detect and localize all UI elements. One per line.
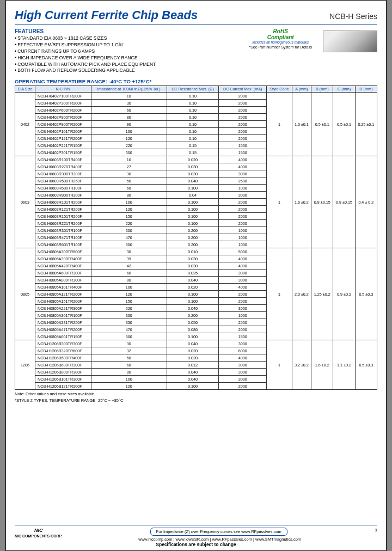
cell-pn: NCB-H1206B300TR300F: [35, 340, 91, 347]
cell-dci: 2000: [219, 326, 267, 333]
cell-dcr: 0.10: [167, 114, 218, 121]
cell-dci: 3000: [219, 340, 267, 347]
cell-pn: NCB-H0402P221TR150F: [35, 142, 91, 149]
col-header: DC Current Max. (mA): [219, 86, 267, 93]
feature-item: COMPATIBLE WITH AUTOMATIC PICK AND PLACE…: [15, 62, 238, 68]
cell-imp: 470: [91, 234, 167, 241]
cell-dcr: 0.030: [167, 255, 218, 262]
note-style2: *STYLE 2 TYPES, TEMPERATURE RANGE -25°C …: [15, 398, 377, 403]
cell-dci: 1000: [219, 227, 267, 234]
cell-pn: NCB-H0603R471TR100F: [35, 234, 91, 241]
cell-pn: NCB-H0805A800TR300F: [35, 277, 91, 284]
cell-imp: 80: [91, 114, 167, 121]
cell-imp: 150: [91, 213, 167, 220]
page-number: 1: [375, 528, 377, 532]
cell-dci: 2000: [219, 107, 267, 114]
logo: NIC NIC COMPONENTS CORP.: [15, 528, 62, 538]
cell-dcr: 0.012: [167, 362, 218, 369]
cell-dcr: 0.010: [167, 248, 218, 255]
cell-pn: NCB-H1206B500TR400F: [35, 354, 91, 362]
cell-dcr: 0.10: [167, 128, 218, 135]
cell-dcr: 0.15: [167, 149, 218, 156]
cell-pn: NCB-H0805A121TR200F: [35, 291, 91, 298]
page-title: High Current Ferrite Chip Beads: [15, 8, 198, 22]
cell-imp: 30: [91, 100, 167, 107]
cell-dci: 1500: [219, 142, 267, 149]
rohs-sub: includes all homogeneous materials: [249, 40, 312, 44]
cell-dci: 1000: [219, 312, 267, 319]
cell-pn: NCB-H0402P100TR200F: [35, 93, 91, 100]
series-label: NCB-H Series: [329, 12, 377, 21]
rohs-note: *See Part Number System for Details: [249, 45, 312, 49]
cell-dcr: 0.020: [167, 284, 218, 291]
cell-imp: 300: [91, 149, 167, 156]
cell-pn: NCB-H0603R301TR100F: [35, 227, 91, 234]
cell-pn: NCB-H0805A151TR200F: [35, 298, 91, 305]
cell-dcr: 0.100: [167, 220, 218, 227]
cell-style: 1: [267, 93, 292, 156]
cell-pn: NCB-H0603R601TR100F: [35, 241, 91, 248]
cell-dci: 2000: [219, 298, 267, 305]
cell-dci: 3000: [219, 362, 267, 369]
features-list: FEATURES STANDARD EIA 0603 ~ 1812 CASE S…: [15, 28, 238, 74]
cell-dcr: 0.030: [167, 163, 218, 170]
cell-dcr: 0.040: [167, 305, 218, 312]
cell-dci: 6000: [219, 347, 267, 354]
cell-dcr: 0.10: [167, 100, 218, 107]
cell-dci: 3000: [219, 170, 267, 177]
cell-imp: 32: [91, 347, 167, 354]
cell-dcr: 0.040: [167, 369, 218, 376]
cell-dcr: 0.10: [167, 121, 218, 128]
cell-imp: 80: [91, 192, 167, 199]
cell-style: 1: [267, 340, 292, 390]
cell-pn: NCB-H0805A101TR400F: [35, 284, 91, 291]
cell-imp: 27: [91, 163, 167, 170]
cell-a: 3.2 ±0.2: [292, 340, 311, 390]
cell-dcr: 0.200: [167, 241, 218, 248]
cell-imp: 100: [91, 376, 167, 383]
cell-dci: 3000: [219, 277, 267, 284]
cell-imp: 10: [91, 156, 167, 163]
cell-imp: 80: [91, 277, 167, 284]
cell-imp: 330: [91, 319, 167, 326]
cell-dci: 3000: [219, 305, 267, 312]
cell-imp: 220: [91, 220, 167, 227]
cell-a: 2.0 ±0.2: [292, 248, 311, 340]
table-row: 0603NCB-H0603R100TR400F100.020400011.6 ±…: [15, 156, 377, 163]
cell-d: 0.4 ± 0.2: [355, 156, 377, 248]
cell-c: 0.5 ±0.1: [333, 93, 355, 156]
cell-b: 1.25 ±0.2: [311, 248, 333, 340]
cell-dcr: 0.020: [167, 354, 218, 362]
logo-top: NIC: [34, 528, 43, 533]
spec-change-note: Specifications are subject to change: [15, 542, 377, 547]
cell-pn: NCB-H0402P121TR200F: [35, 135, 91, 142]
cell-pn: NCB-H0805A471TR200F: [35, 326, 91, 333]
col-header: EIA Size: [15, 86, 35, 93]
cell-pn: NCB-H1206B680TR300F: [35, 362, 91, 369]
cell-imp: 120: [91, 383, 167, 390]
note-availability: Note: Other values and case sizes availa…: [15, 391, 377, 396]
cell-imp: 30: [91, 170, 167, 177]
cell-dci: 2000: [219, 93, 267, 100]
cell-pn: NCB-H1206B121TR200F: [35, 383, 91, 390]
cell-imp: 80: [91, 369, 167, 376]
cell-pn: NCB-H0402P101TR200F: [35, 128, 91, 135]
feature-item: BOTH FLOW AND REFLOW SOLDERING APPLICABL…: [15, 68, 238, 74]
cell-imp: 68: [91, 185, 167, 192]
cell-dci: 4000: [219, 262, 267, 270]
cell-imp: 300: [91, 312, 167, 319]
chip-illustration: [323, 30, 377, 52]
cell-imp: 50: [91, 354, 167, 362]
cell-dcr: 0.050: [167, 319, 218, 326]
cell-size: 0805: [15, 248, 35, 340]
cell-imp: 10: [91, 93, 167, 100]
cell-dcr: 0.200: [167, 312, 218, 319]
datasheet-page: High Current Ferrite Chip Beads NCB-H Se…: [5, 0, 387, 551]
cell-dci: 5000: [219, 248, 267, 255]
features-block: FEATURES STANDARD EIA 0603 ~ 1812 CASE S…: [15, 28, 377, 74]
cell-dci: 2000: [219, 128, 267, 135]
cell-dcr: 0.100: [167, 199, 218, 206]
cell-style: 1: [267, 156, 292, 248]
col-header: D (mm): [355, 86, 377, 93]
temp-range: OPERATING TEMPERATURE RANGE: -40°C TO +1…: [15, 78, 377, 84]
